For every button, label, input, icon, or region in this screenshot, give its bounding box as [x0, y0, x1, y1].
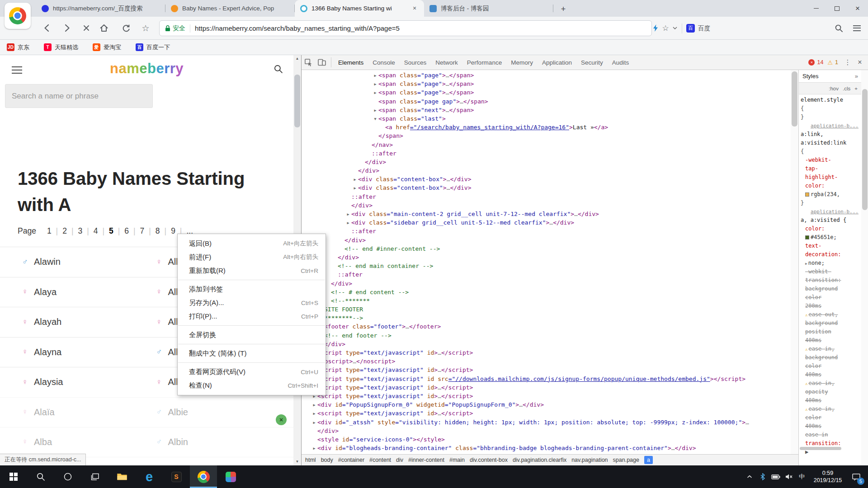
- tree-line[interactable]: <!-- end #inner-content -->: [302, 244, 791, 253]
- context-menu-item[interactable]: 重新加载(R)Ctrl+R: [178, 264, 326, 277]
- context-menu-item[interactable]: 返回(B)Alt+向左箭头: [178, 237, 326, 250]
- cortana-icon[interactable]: [54, 465, 81, 488]
- devtools-tab-security[interactable]: Security: [576, 55, 608, 70]
- style-line[interactable]: }: [801, 113, 860, 122]
- bookmark-item[interactable]: JD京东: [7, 43, 29, 52]
- tree-line[interactable]: </div>: [302, 340, 791, 348]
- tree-line[interactable]: ::after: [302, 227, 791, 235]
- scroll-up-icon[interactable]: ▲: [293, 55, 301, 62]
- style-line[interactable]: background: [801, 319, 860, 328]
- style-line[interactable]: }: [801, 199, 860, 207]
- editor-app-icon[interactable]: S: [163, 465, 190, 488]
- window-close-button[interactable]: ×: [847, 0, 868, 17]
- tree-line[interactable]: <!--*******: [302, 296, 791, 305]
- name-link[interactable]: Albin: [168, 437, 188, 447]
- style-line[interactable]: -webkit-: [801, 156, 860, 164]
- name-cell[interactable]: ♀Alaïa: [0, 398, 147, 427]
- tree-line[interactable]: </nav>: [302, 141, 791, 149]
- style-line[interactable]: color: [801, 293, 860, 302]
- maximize-button[interactable]: [826, 0, 847, 17]
- context-menu-item[interactable]: 另存为(A)...Ctrl+S: [178, 296, 326, 310]
- style-line[interactable]: text-: [801, 242, 860, 250]
- page-number-5[interactable]: 5: [109, 226, 113, 236]
- hover-state-toggle[interactable]: :hov: [829, 86, 839, 91]
- tree-line[interactable]: ▶<span class="page">…</span>: [302, 71, 791, 80]
- favorites-star-icon[interactable]: ☆: [138, 20, 153, 36]
- style-line[interactable]: a:link,: [801, 130, 860, 139]
- style-line[interactable]: a:visited:link: [801, 139, 860, 147]
- style-line[interactable]: color:: [801, 225, 860, 233]
- page-number-1[interactable]: 1: [47, 226, 52, 236]
- style-line[interactable]: 400ms: [801, 422, 860, 431]
- tree-line[interactable]: ▶<div class="sidebar grid__cell unit-5-1…: [302, 218, 791, 227]
- style-line[interactable]: ⚠ease-in,: [801, 345, 860, 353]
- style-line[interactable]: a, a:visited {: [801, 216, 860, 225]
- tree-line[interactable]: ::after: [302, 149, 791, 158]
- ad-close-button[interactable]: ×: [276, 414, 287, 425]
- bookmark-star-icon[interactable]: ☆: [660, 20, 671, 36]
- page-number-8[interactable]: 8: [156, 226, 160, 236]
- tree-line[interactable]: ▶<script type="text/javascript" id src="…: [302, 375, 791, 383]
- style-line[interactable]: color: [801, 362, 860, 371]
- bookmark-item[interactable]: 爱爱淘宝: [93, 43, 121, 52]
- devtools-tab-console[interactable]: Console: [368, 55, 400, 70]
- tree-line[interactable]: <!-- end footer -->: [302, 331, 791, 340]
- forward-button[interactable]: [59, 20, 75, 36]
- tree-line[interactable]: </div>: [302, 158, 791, 166]
- tree-line[interactable]: </div>: [302, 279, 791, 288]
- tree-line[interactable]: </div>: [302, 427, 791, 435]
- taskbar-clock[interactable]: 0:59 2019/12/15: [808, 469, 847, 484]
- tray-expand-icon[interactable]: [743, 465, 756, 488]
- toolbar-search-icon[interactable]: [831, 20, 846, 36]
- context-menu-item[interactable]: 查看网页源代码(V)Ctrl+U: [178, 365, 326, 379]
- tree-line[interactable]: <!-- end main container -->: [302, 262, 791, 270]
- chrome-taskbar-icon[interactable]: [190, 465, 217, 488]
- name-search-input[interactable]: [5, 84, 153, 108]
- task-view-icon[interactable]: [81, 465, 108, 488]
- browser-tab-cnblogs[interactable]: 博客后台 - 博客园: [424, 0, 553, 17]
- style-line[interactable]: #45651e;: [801, 233, 860, 242]
- style-line[interactable]: position: [801, 328, 860, 336]
- ime-indicator[interactable]: 中: [795, 465, 808, 488]
- bookmark-item[interactable]: T天猫精选: [44, 43, 78, 52]
- chevron-down-icon[interactable]: [670, 20, 679, 36]
- context-menu-item[interactable]: 全屏切换: [178, 328, 326, 342]
- style-line[interactable]: transition:: [801, 276, 860, 285]
- context-menu-item[interactable]: 翻成中文 (简体) (T): [178, 347, 326, 360]
- style-line[interactable]: rgba(234,: [801, 190, 860, 199]
- address-bar[interactable]: 安全 https://nameberry.com/search/baby_nam…: [159, 20, 652, 36]
- name-cell[interactable]: ♂Alawin: [0, 247, 147, 277]
- style-line[interactable]: {: [801, 104, 860, 113]
- style-line[interactable]: 400ms: [801, 396, 860, 405]
- style-line[interactable]: color: [801, 413, 860, 422]
- breadcrumb-item[interactable]: #container: [338, 457, 364, 463]
- tree-line[interactable]: ::after: [302, 192, 791, 201]
- breadcrumb-item[interactable]: div.content-box: [470, 457, 508, 463]
- tree-line[interactable]: <span class="page gap">…</span>: [302, 97, 791, 106]
- media-app-icon[interactable]: [217, 465, 244, 488]
- new-tab-button[interactable]: +: [557, 3, 570, 16]
- devtools-tab-network[interactable]: Network: [431, 55, 462, 70]
- device-toolbar-icon[interactable]: [315, 56, 329, 69]
- breadcrumb-item[interactable]: #inner-content: [408, 457, 444, 463]
- devtools-menu-icon[interactable]: ⋮: [842, 58, 854, 66]
- name-link[interactable]: Alayna: [34, 347, 61, 357]
- tree-line[interactable]: </div>: [302, 166, 791, 175]
- devtools-tab-memory[interactable]: Memory: [506, 55, 538, 70]
- tree-line[interactable]: <script type="text/javascript" id>…</scr…: [302, 348, 791, 357]
- tree-line[interactable]: </span>: [302, 131, 791, 140]
- tree-line[interactable]: <style id="service-icons-0"></style>: [302, 435, 791, 444]
- tree-line[interactable]: <!-- # end content -->: [302, 288, 791, 296]
- context-menu-item[interactable]: 检查(N)Ctrl+Shift+I: [178, 379, 326, 392]
- style-line[interactable]: highlight-: [801, 173, 860, 182]
- tree-scrollbar-thumb[interactable]: [792, 71, 797, 127]
- page-number-3[interactable]: 3: [78, 226, 82, 236]
- style-line[interactable]: color:: [801, 182, 860, 190]
- name-link[interactable]: Alaïa: [34, 407, 55, 418]
- new-style-rule-button[interactable]: +: [854, 86, 858, 91]
- tree-line[interactable]: ▶<script type="text/javascript" id>…</sc…: [302, 392, 791, 400]
- name-cell[interactable]: ♀Alayah: [0, 307, 147, 337]
- tree-line[interactable]: ::after: [302, 270, 791, 279]
- tree-line[interactable]: ▶<script type="text/javascript" id>…</sc…: [302, 366, 791, 374]
- browser-tab-active[interactable]: 1366 Baby Names Starting wi ×: [295, 0, 424, 17]
